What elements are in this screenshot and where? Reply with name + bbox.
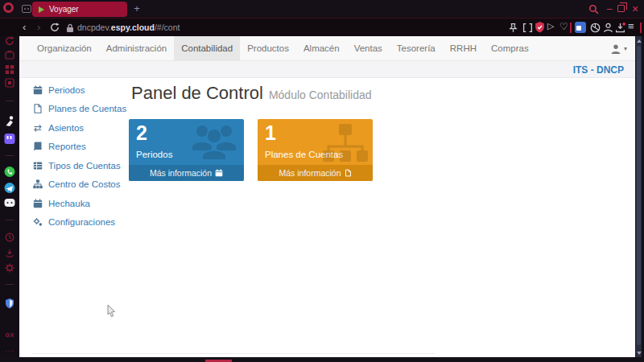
card-more-info-link[interactable]: Más información: [129, 165, 244, 181]
sidebar-item-reportes[interactable]: Reportes: [19, 138, 129, 157]
tab-favicon-play-icon: [39, 6, 44, 13]
telegram-icon[interactable]: [5, 183, 15, 193]
url-domain: espy.cloud: [111, 23, 155, 32]
reader-mode-icon[interactable]: [522, 23, 533, 33]
toolbar-separator: [570, 23, 572, 33]
opera-logo-icon[interactable]: [3, 2, 14, 13]
nav-rrhh[interactable]: RRHH: [443, 36, 484, 60]
grid-apps-icon[interactable]: [6, 65, 14, 74]
forward-button[interactable]: ›: [37, 19, 40, 36]
pin-icon[interactable]: [508, 23, 518, 33]
caret-down-icon: ▾: [624, 45, 627, 52]
mouse-cursor: [106, 304, 117, 319]
address-bar[interactable]: dncpdev.espy.cloud/#/cont: [77, 19, 180, 36]
user-icon: [610, 43, 621, 55]
rail-divider: [6, 155, 14, 156]
nav-contabilidad[interactable]: Contabilidad: [174, 36, 240, 60]
browser-tab[interactable]: Voyager: [32, 2, 127, 17]
close-button[interactable]: ×: [630, 2, 641, 16]
more-info-label: Más información: [150, 168, 212, 178]
sidebar-item-configuraciones[interactable]: Configuraciones: [19, 213, 129, 232]
file-icon: [345, 169, 352, 177]
page-title-text: Panel de Control: [131, 83, 263, 103]
pinned-site-icon[interactable]: [5, 116, 14, 126]
browser-tab-strip: Voyager + – ×: [0, 0, 644, 18]
app-sidebar: Periodos Planes de Cuentas ⇄ Asientos Re…: [19, 80, 129, 232]
footer-divider: [32, 353, 435, 354]
sitemap-icon: [33, 179, 43, 189]
reload-icon[interactable]: [50, 23, 60, 32]
sidebar-label: Tipos de Cuentas: [48, 161, 121, 171]
book-icon: [33, 142, 43, 151]
menu-icon[interactable]: ≡: [628, 20, 638, 31]
card-planes-de-cuentas[interactable]: 1 Planes de Cuentas Más información: [258, 119, 373, 181]
calendar-icon: [33, 199, 43, 208]
nav-tesoreria[interactable]: Tesorería: [390, 36, 443, 60]
sidebar-item-asientos[interactable]: ⇄ Asientos: [19, 118, 129, 138]
nav-ventas[interactable]: Ventas: [347, 36, 390, 60]
snapshot-pinwheel-icon[interactable]: [590, 23, 601, 33]
rail-divider: [6, 220, 14, 220]
nav-productos[interactable]: Productos: [240, 36, 296, 60]
twitch-icon[interactable]: [5, 134, 15, 144]
settings-gear-icon[interactable]: [5, 263, 14, 273]
sidebar-label: Planes de Cuentas: [48, 104, 126, 113]
users-icon: [188, 123, 240, 162]
scrollbar-thumb[interactable]: [637, 46, 641, 345]
tab-title: Voyager: [49, 5, 79, 14]
nav-compras[interactable]: Compras: [484, 36, 536, 60]
sidebar-item-planes-de-cuentas[interactable]: Planes de Cuentas: [19, 100, 129, 119]
page-scrollbar[interactable]: [635, 36, 642, 357]
card-value: 2: [136, 122, 147, 145]
sidebar-label: Periodos: [48, 85, 85, 95]
minimize-button[interactable]: –: [604, 3, 615, 14]
browser-toolbar: ‹ › dncpdev.espy.cloud/#/cont ▷ ♡ ≡: [0, 18, 644, 36]
whatsapp-icon[interactable]: [5, 167, 15, 177]
extension-icon[interactable]: [575, 22, 586, 33]
media-player-icon[interactable]: ▷: [547, 21, 558, 31]
nav-almacen[interactable]: Almacén: [296, 36, 347, 60]
brand-bar: ITS - DNCP: [19, 61, 635, 78]
adblock-shield-icon[interactable]: [535, 22, 545, 33]
nav-organizacion[interactable]: Organización: [30, 36, 99, 60]
sidebar-label: Asientos: [48, 123, 84, 133]
mod-chip-icon[interactable]: [5, 78, 14, 88]
sidebar-item-periodos[interactable]: Periodos: [19, 80, 129, 100]
speeddial-refresh-icon[interactable]: [5, 36, 14, 46]
profile-person-icon[interactable]: [603, 23, 613, 33]
user-menu-button[interactable]: ▾: [610, 36, 627, 61]
url-subdomain: dncpdev.: [77, 23, 111, 32]
gx-logo[interactable]: GX: [5, 332, 14, 338]
workspaces-icon[interactable]: [22, 5, 31, 13]
page-title: Panel de ControlMódulo Contabilidad: [131, 83, 372, 104]
sidebar-item-tipos-de-cuentas[interactable]: Tipos de Cuentas: [19, 156, 129, 175]
window-bottom-edge: [0, 357, 644, 362]
new-tab-button[interactable]: +: [130, 2, 143, 15]
card-more-info-link[interactable]: Más información: [258, 165, 373, 181]
downloads-icon[interactable]: [615, 23, 625, 33]
card-periodos[interactable]: 2 Periodos Más información: [129, 119, 244, 181]
lock-icon[interactable]: [66, 23, 74, 33]
search-icon[interactable]: [588, 4, 599, 14]
maximize-button[interactable]: [617, 5, 625, 12]
sidebar-label: Hechauka: [48, 199, 90, 208]
discord-icon[interactable]: [5, 199, 15, 207]
exchange-icon: ⇄: [33, 123, 43, 133]
toolbar-separator: [640, 23, 642, 33]
app-navbar: Organización Administración Contabilidad…: [19, 36, 635, 61]
history-clock-icon[interactable]: [5, 232, 14, 242]
sidebar-item-hechauka[interactable]: Hechauka: [19, 194, 129, 213]
url-path: /#/cont: [155, 23, 180, 32]
file-icon: [33, 104, 43, 113]
back-button[interactable]: ‹: [23, 19, 26, 36]
sitemap-icon: [322, 123, 369, 163]
table-icon: [33, 161, 43, 171]
sidebar-label: Reportes: [48, 142, 86, 151]
rail-overflow-dots[interactable]: ···: [5, 347, 14, 355]
extension-shield-icon[interactable]: [5, 298, 14, 309]
gx-corner-icon[interactable]: [5, 50, 14, 60]
flow-share-icon[interactable]: [5, 249, 14, 258]
bookmark-heart-icon[interactable]: ♡: [559, 21, 570, 31]
sidebar-item-centro-de-costos[interactable]: Centro de Costos: [19, 175, 129, 195]
nav-administracion[interactable]: Administración: [99, 36, 174, 60]
